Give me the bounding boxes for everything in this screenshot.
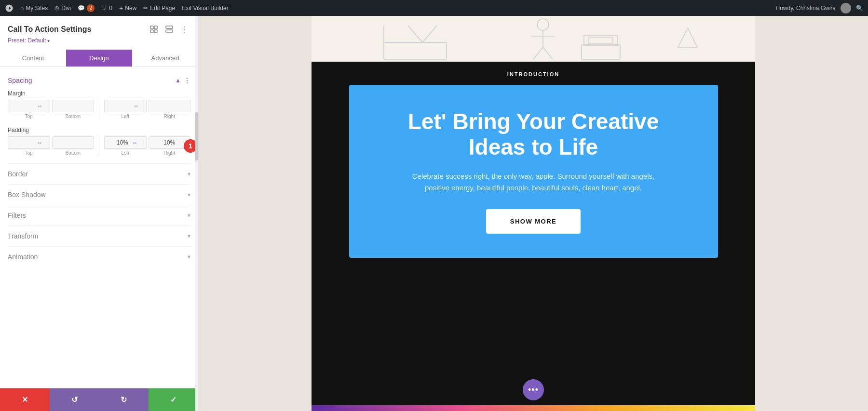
spacing-collapse-icon[interactable]: ▲ [175, 77, 181, 84]
margin-left-input[interactable] [113, 103, 132, 109]
animation-section-header[interactable]: Animation ▾ [8, 253, 190, 261]
padding-label: Padding [8, 127, 190, 133]
margin-top-input-wrap: ⇔ [8, 100, 50, 112]
padding-right-input[interactable] [161, 139, 178, 146]
padding-right-label: Right [164, 150, 175, 156]
redo-button[interactable]: ↻ [99, 388, 149, 411]
dots-icon: ••• [528, 385, 539, 394]
tab-design[interactable]: Design [66, 50, 132, 66]
margin-inputs: ⇔ Top Bottom [8, 100, 190, 119]
box-shadow-section-header[interactable]: Box Shadow ▾ [8, 191, 190, 199]
margin-top-input[interactable] [16, 103, 36, 109]
svg-rect-2 [150, 30, 153, 33]
divi-label: Divi [61, 5, 71, 12]
right-panel: INTRODUCTION Let' Bring Your Creative Id… [199, 16, 868, 411]
padding-lr-link-icon[interactable]: ⇔ [133, 140, 136, 146]
float-dots-button[interactable]: ••• [523, 379, 544, 400]
padding-bottom-input[interactable] [63, 139, 82, 146]
padding-bottom-input-wrap [52, 136, 95, 149]
home-icon: ⌂ [20, 5, 24, 12]
svg-rect-0 [150, 26, 153, 29]
spacing-menu-icon[interactable]: ⋮ [184, 77, 190, 84]
margin-bottom-input[interactable] [63, 103, 82, 109]
padding-top-input[interactable] [16, 139, 36, 146]
more-icon-button[interactable]: ⋮ [179, 24, 190, 35]
padding-inputs: ⇔ Top Bottom [8, 136, 190, 156]
tab-content[interactable]: Content [0, 50, 66, 66]
cta-title: Let' Bring Your Creative Ideas to Life [378, 109, 689, 160]
transform-section-header[interactable]: Transform ▾ [8, 232, 190, 240]
divi-button[interactable]: ◎ Divi [54, 5, 71, 12]
page-preview: INTRODUCTION Let' Bring Your Creative Id… [312, 16, 755, 411]
padding-bottom-label: Bottom [65, 150, 81, 156]
preset-arrow-icon: ▾ [47, 38, 50, 43]
filters-chevron-icon: ▾ [188, 212, 190, 219]
svg-rect-4 [166, 26, 173, 28]
search-button[interactable]: 🔍 [856, 5, 863, 12]
new-label: New [125, 5, 136, 12]
wp-logo-button[interactable] [5, 4, 14, 13]
box-shadow-chevron-icon: ▾ [188, 191, 190, 198]
comment2-icon: 🗨 [101, 5, 107, 12]
action-bar: ✕ ↺ ↻ ✓ [0, 388, 198, 411]
padding-tb-link-icon[interactable]: ⇔ [38, 140, 41, 146]
spacing-section: Spacing ▲ ⋮ Margin [8, 77, 190, 156]
svg-line-16 [543, 47, 553, 59]
margin-tb-link-icon[interactable]: ⇔ [38, 104, 41, 109]
border-chevron-icon: ▾ [188, 171, 190, 177]
panel-title-row: Call To Action Settings [8, 24, 190, 35]
spacing-title: Spacing [8, 77, 32, 84]
margin-left-label: Left [121, 114, 129, 119]
admin-bar-left: ⌂ My Sites ◎ Divi 💬 2 🗨 0 + New ✏ Edit P… [5, 4, 769, 13]
padding-group: Padding ⇔ Top [8, 127, 190, 156]
cancel-button[interactable]: ✕ [0, 388, 50, 411]
transform-chevron-icon: ▾ [188, 233, 190, 239]
border-section-header[interactable]: Border ▾ [8, 170, 190, 178]
resize-icon-button[interactable] [148, 24, 160, 35]
save-button[interactable]: ✓ [149, 388, 198, 411]
filters-section-header[interactable]: Filters ▾ [8, 212, 190, 219]
padding-bottom-group: Bottom [52, 136, 95, 156]
padding-top-label: Top [25, 150, 33, 156]
padding-top-input-wrap: ⇔ [8, 136, 50, 149]
new-button[interactable]: + New [119, 4, 136, 12]
exit-vb-button[interactable]: Exit Visual Builder [182, 5, 229, 12]
redo-icon: ↻ [121, 395, 127, 404]
padding-left-input-wrap: ⇔ [104, 136, 147, 149]
edit-page-button[interactable]: ✏ Edit Page [143, 5, 175, 12]
preset-label: Preset: Default [8, 37, 46, 44]
layout-icon-button[interactable] [163, 24, 175, 35]
svg-rect-19 [589, 37, 613, 44]
admin-bar-right: Howdy, Christina Gwira 🔍 [776, 3, 863, 13]
padding-left-input[interactable] [114, 139, 131, 146]
avatar[interactable] [841, 3, 851, 13]
animation-title: Animation [8, 253, 38, 261]
svg-line-15 [533, 47, 543, 59]
main-content-area: INTRODUCTION Let' Bring Your Creative Id… [312, 62, 755, 411]
padding-top-group: ⇔ Top [8, 136, 50, 156]
margin-bottom-group: Bottom [52, 100, 95, 119]
comment-icon: 💬 [78, 5, 85, 12]
comments-button[interactable]: 💬 2 [78, 4, 95, 12]
svg-rect-5 [166, 30, 173, 32]
margin-right-input[interactable] [160, 103, 179, 109]
preset-row[interactable]: Preset: Default ▾ [8, 37, 190, 44]
panel-tabs: Content Design Advanced [0, 50, 198, 67]
comments2-button[interactable]: 🗨 0 [101, 5, 112, 12]
cta-button[interactable]: SHOW MORE [486, 209, 581, 234]
sketch-area [312, 16, 755, 62]
transform-section: Transform ▾ [8, 225, 190, 246]
cta-subtitle: Celebrate success right, the only way, a… [403, 171, 664, 194]
comments2-badge: 0 [109, 5, 112, 12]
scrollbar-thumb[interactable] [195, 112, 198, 160]
pencil-icon: ✏ [143, 5, 148, 12]
margin-left-group: ⇔ Left [104, 100, 147, 119]
svg-marker-20 [678, 28, 697, 47]
tab-advanced[interactable]: Advanced [132, 50, 198, 66]
my-sites-button[interactable]: ⌂ My Sites [20, 5, 48, 12]
margin-lr-link-icon[interactable]: ⇔ [134, 104, 138, 109]
svg-line-11 [422, 26, 437, 42]
undo-button[interactable]: ↺ [50, 388, 99, 411]
svg-point-12 [537, 19, 549, 30]
margin-right-group: Right [149, 100, 191, 119]
